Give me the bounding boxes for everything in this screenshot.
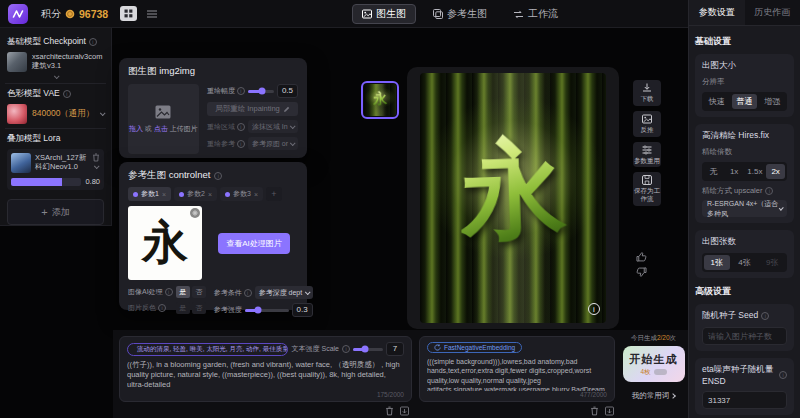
image-upload-dropzone[interactable]: 拖入 或 点击 上传图片 — [128, 84, 199, 154]
redraw-area-select[interactable]: 涂抹区域 In — [248, 120, 298, 133]
save-prompt-icon[interactable] — [605, 406, 614, 416]
positive-prompt-text[interactable]: ((竹子)), in a blooming garden, (fresh and… — [127, 360, 404, 394]
tab-history[interactable]: 历史作画 — [745, 0, 800, 25]
lora-weight-slider[interactable] — [11, 178, 81, 186]
negative-prompt-text[interactable]: (((simple background))),lowres,bad anato… — [427, 357, 607, 391]
scale-label: 文本强度 Scale — [292, 344, 339, 354]
seed-input[interactable] — [702, 327, 787, 345]
hires-option-none[interactable]: 无 — [704, 164, 723, 179]
positive-prompt-counter: 175/2000 — [377, 391, 404, 398]
generated-image[interactable]: 永 i — [420, 73, 606, 323]
res-option-fast[interactable]: 快速 — [704, 94, 730, 109]
reverse-infer-button[interactable]: 反推 — [633, 111, 661, 137]
info-icon[interactable]: i — [244, 289, 252, 297]
info-icon[interactable]: i — [779, 371, 787, 379]
info-icon[interactable]: i — [237, 140, 245, 148]
tab-workflow[interactable]: 工作流 — [504, 4, 567, 24]
add-lora-button[interactable]: + 添加 — [7, 199, 104, 225]
generate-button[interactable]: 开始生成 4枚 — [623, 346, 685, 382]
checkpoint-selector[interactable]: xsarchitecturalv3com建筑v3.1 — [7, 52, 104, 72]
count-option-4[interactable]: 4张 — [732, 255, 758, 270]
ref-strength-slider[interactable] — [245, 309, 289, 312]
close-icon[interactable]: × — [162, 191, 166, 198]
trash-icon[interactable] — [385, 406, 394, 416]
ai-process-no-button[interactable]: 否 — [192, 286, 206, 298]
trash-icon[interactable] — [92, 153, 100, 162]
chevron-down-icon[interactable] — [94, 163, 100, 169]
info-icon[interactable]: i — [214, 172, 222, 180]
hamburger-icon — [147, 10, 157, 18]
resolution-label: 分辨率 — [702, 77, 787, 87]
checkpoint-expand-button[interactable] — [7, 75, 104, 79]
controlnet-tab-1[interactable]: 参数1× — [128, 187, 171, 201]
count-option-1[interactable]: 1张 — [704, 255, 730, 270]
hires-option-1x[interactable]: 1x — [725, 164, 744, 179]
res-option-normal[interactable]: 普通 — [732, 94, 758, 109]
upload-suffix-label: 上传图片 — [170, 125, 198, 132]
grid-view-button[interactable] — [120, 6, 137, 21]
common-words-link[interactable]: 我的常用词 — [632, 391, 676, 401]
list-view-button[interactable] — [143, 6, 160, 21]
negative-prompt-box: FastNegativeEmbedding (((simple backgrou… — [419, 336, 615, 402]
ref-condition-select[interactable]: 参考深度 dept — [255, 286, 313, 299]
thumbs-down-icon[interactable] — [636, 267, 647, 277]
save-prompt-icon[interactable] — [400, 406, 409, 416]
denoise-slider[interactable] — [248, 90, 274, 93]
viewer-toolbar: 下载 反推 参数重用 保存为工作流 — [633, 80, 661, 206]
ref-condition-label: 参考条件 — [214, 288, 242, 298]
info-icon[interactable]: i — [165, 288, 173, 296]
info-icon[interactable]: i — [761, 312, 769, 320]
view-ai-processed-button[interactable]: 查看AI处理图片 — [218, 233, 290, 254]
app-logo-icon[interactable] — [8, 4, 28, 24]
lora-thumbnail — [11, 153, 31, 173]
toolbar-label: 反推 — [641, 126, 654, 134]
prompt-suggestion-pill[interactable]: 流动的清泉, 轻盈, 唯美, 太阳光, 月亮, 动作, 最佳质量 — [127, 343, 288, 356]
close-icon[interactable]: × — [254, 191, 258, 198]
invert-no-button[interactable]: 否 — [192, 302, 206, 314]
info-icon[interactable]: i — [158, 304, 166, 312]
info-icon[interactable]: i — [89, 38, 97, 46]
controlnet-tab-2[interactable]: 参数2× — [174, 187, 217, 201]
scale-value[interactable]: 7 — [386, 342, 404, 356]
upload-click-label: 点击 — [154, 125, 168, 132]
vae-selector[interactable]: 840000（通用） — [7, 104, 104, 124]
thumbs-up-icon[interactable] — [636, 252, 647, 262]
close-icon[interactable]: × — [208, 191, 212, 198]
inpainting-button[interactable]: 局部重绘 Inpainting — [207, 102, 298, 116]
ai-process-yes-button[interactable]: 是 — [176, 286, 190, 298]
gear-icon[interactable] — [190, 208, 200, 218]
download-button[interactable]: 下载 — [633, 80, 661, 106]
scale-slider[interactable] — [353, 348, 383, 351]
info-icon[interactable]: i — [237, 87, 245, 95]
info-icon[interactable]: i — [237, 123, 245, 131]
info-icon[interactable]: i — [342, 345, 350, 353]
add-controlnet-tab-button[interactable]: + — [266, 187, 282, 201]
negative-embedding-pill[interactable]: FastNegativeEmbedding — [427, 342, 522, 353]
res-option-enhanced[interactable]: 增强 — [759, 94, 785, 109]
count-option-9[interactable]: 9张 — [759, 255, 785, 270]
chevron-down-icon — [53, 73, 59, 79]
upscaler-select[interactable]: R-ESRGAN 4x+（适合多种风 — [702, 200, 787, 217]
ensd-input[interactable] — [702, 391, 787, 409]
info-icon[interactable]: i — [765, 187, 773, 195]
trash-icon[interactable] — [590, 406, 599, 416]
ai-process-label: 图像AI处理 — [128, 287, 163, 297]
invert-yes-button[interactable]: 是 — [176, 302, 190, 314]
controlnet-reference-image[interactable]: 永 — [128, 206, 202, 280]
image-info-icon[interactable]: i — [588, 303, 600, 315]
info-icon[interactable]: i — [63, 90, 71, 98]
tab-controlnet[interactable]: 参考生图 — [424, 4, 496, 24]
tab-img2img[interactable]: 图生图 — [352, 4, 416, 24]
img2img-panel: 图生图 img2img 拖入 或 点击 上传图片 重绘幅度i 0.5 局部重绘 … — [119, 58, 307, 158]
save-workflow-button[interactable]: 保存为工作流 — [633, 172, 661, 206]
hires-option-1-5x[interactable]: 1.5x — [746, 164, 765, 179]
tab-param-settings[interactable]: 参数设置 — [689, 0, 745, 25]
reference-glyph: 永 — [142, 212, 188, 274]
denoise-value[interactable]: 0.5 — [277, 84, 298, 98]
redraw-ref-select[interactable]: 参考原图 or — [248, 137, 298, 150]
controlnet-tab-3[interactable]: 参数3× — [220, 187, 263, 201]
ref-strength-value[interactable]: 0.3 — [292, 303, 313, 317]
result-thumbnail[interactable]: 永 — [361, 81, 399, 119]
reuse-params-button[interactable]: 参数重用 — [633, 142, 661, 168]
hires-option-2x[interactable]: 2x — [766, 164, 785, 179]
